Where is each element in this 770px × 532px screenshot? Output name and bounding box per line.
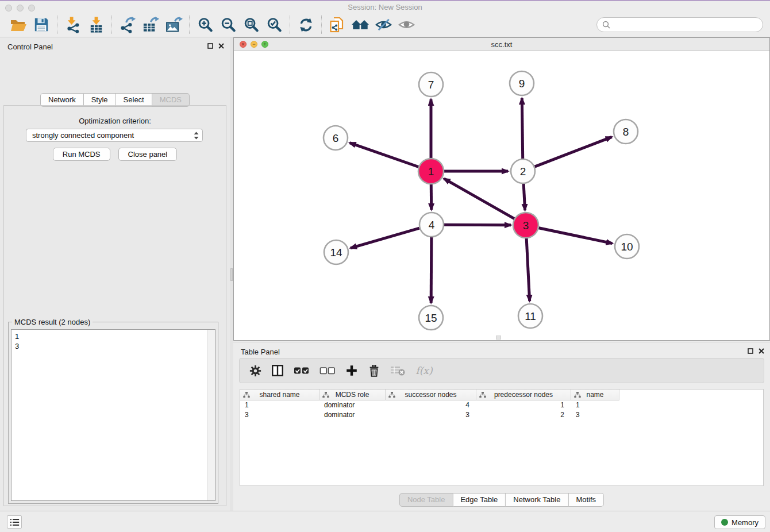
- plus-icon: [345, 364, 359, 377]
- mcds-result-box: 13: [11, 329, 215, 501]
- hide-eye-icon: [375, 17, 392, 32]
- toolbar-separator: [111, 16, 112, 34]
- edge-4-14[interactable]: [351, 228, 419, 248]
- control-panel-title: Control Panel: [7, 43, 53, 51]
- table-row[interactable]: 3dominator323: [240, 410, 763, 420]
- export-network-icon: [119, 16, 137, 33]
- network-canvas[interactable]: 1234678910111415: [234, 52, 769, 340]
- column-header-predecessor-nodes[interactable]: predecessor nodes: [476, 390, 571, 400]
- window-top-border: [0, 0, 770, 1]
- zoom-out-button[interactable]: [217, 14, 240, 35]
- float-table-panel-icon[interactable]: [748, 348, 753, 354]
- delete-column-button[interactable]: [367, 363, 382, 378]
- close-view-icon[interactable]: ×: [240, 41, 247, 48]
- edge-4-3[interactable]: [444, 225, 511, 225]
- save-session-button[interactable]: [30, 14, 53, 35]
- cell-mcds-role[interactable]: dominator: [319, 400, 386, 410]
- table-tab-edge-table[interactable]: Edge Table: [453, 493, 506, 507]
- table-panel-title: Table Panel: [241, 348, 280, 356]
- application-window: Session: New Session: [0, 0, 770, 532]
- select-all-columns-button[interactable]: [292, 363, 311, 378]
- import-table-button[interactable]: [84, 14, 107, 35]
- search-field[interactable]: [596, 17, 763, 32]
- node-label-9: 9: [519, 78, 525, 90]
- node-table: shared nameMCDS rolesuccessor nodesprede…: [240, 389, 764, 486]
- export-image-button[interactable]: [162, 14, 185, 35]
- zoom-out-icon: [220, 17, 237, 33]
- memory-label: Memory: [732, 518, 759, 527]
- close-panel-button[interactable]: Close panel: [118, 148, 178, 161]
- result-scrollbar[interactable]: [207, 330, 215, 500]
- function-builder-button[interactable]: f(x): [414, 363, 434, 378]
- edge-3-11[interactable]: [526, 238, 530, 301]
- attribute-type-icon: [479, 392, 486, 398]
- import-network-button[interactable]: [61, 14, 84, 35]
- close-window-icon[interactable]: [5, 5, 12, 11]
- cell-predecessor-nodes[interactable]: 1: [476, 400, 571, 410]
- table-row[interactable]: 1dominator411: [240, 400, 763, 410]
- first-neighbors-button[interactable]: [326, 14, 349, 35]
- cell-shared-name[interactable]: 3: [240, 410, 319, 420]
- delete-table-button[interactable]: [389, 363, 406, 378]
- import-table-icon: [87, 16, 105, 33]
- unselect-all-icon: [319, 365, 336, 376]
- table-panel-header: Table Panel: [233, 346, 770, 358]
- cell-predecessor-nodes[interactable]: 2: [476, 410, 571, 420]
- show-columns-button[interactable]: [270, 363, 285, 378]
- edge-1-6[interactable]: [350, 143, 419, 167]
- app-title: Session: New Session: [0, 0, 770, 14]
- zoom-selected-button[interactable]: [263, 14, 286, 35]
- hide-selected-button[interactable]: [372, 14, 395, 35]
- maximize-view-icon[interactable]: +: [261, 41, 268, 48]
- unselect-all-columns-button[interactable]: [318, 363, 337, 378]
- export-network-button[interactable]: [116, 14, 139, 35]
- zoom-fit-button[interactable]: [240, 14, 263, 35]
- show-all-button[interactable]: [395, 14, 418, 35]
- table-tab-node-table[interactable]: Node Table: [399, 493, 453, 507]
- mcds-result-list[interactable]: 13: [15, 331, 203, 499]
- close-panel-icon[interactable]: [218, 43, 224, 49]
- close-table-panel-icon[interactable]: [759, 348, 764, 354]
- edge-3-10[interactable]: [538, 228, 613, 244]
- home-layout-button[interactable]: [349, 14, 372, 35]
- cell-successor-nodes[interactable]: 3: [386, 410, 476, 420]
- edge-4-15[interactable]: [431, 237, 432, 303]
- table-tab-motifs[interactable]: Motifs: [568, 493, 604, 507]
- cell-mcds-role[interactable]: dominator: [319, 410, 386, 420]
- edge-2-8[interactable]: [535, 137, 612, 167]
- zoom-in-button[interactable]: [194, 14, 217, 35]
- edge-2-9[interactable]: [522, 98, 522, 159]
- home-icon: [351, 17, 370, 32]
- edge-3-1[interactable]: [444, 179, 515, 219]
- zoom-window-icon[interactable]: [28, 5, 35, 11]
- cell-name[interactable]: 3: [571, 410, 619, 420]
- cell-successor-nodes[interactable]: 4: [386, 400, 476, 410]
- search-input[interactable]: [613, 21, 757, 29]
- cell-name[interactable]: 1: [571, 400, 619, 410]
- open-session-button[interactable]: [7, 14, 30, 35]
- optimization-criterion-select[interactable]: strongly connected component: [26, 129, 203, 142]
- task-history-button[interactable]: [7, 515, 22, 529]
- minimize-view-icon[interactable]: −: [251, 41, 257, 48]
- column-header-shared-name[interactable]: shared name: [240, 390, 319, 400]
- refresh-network-button[interactable]: [294, 14, 317, 35]
- run-mcds-button[interactable]: Run MCDS: [53, 148, 110, 161]
- column-header-mcds-role[interactable]: MCDS role: [319, 390, 386, 400]
- float-panel-icon[interactable]: [207, 43, 213, 49]
- network-graph[interactable]: 1234678910111415: [234, 52, 769, 340]
- minimize-window-icon[interactable]: [17, 5, 24, 11]
- table-tab-network-table[interactable]: Network Table: [506, 493, 568, 507]
- cell-shared-name[interactable]: 1: [240, 400, 319, 410]
- table-settings-button[interactable]: [248, 363, 263, 378]
- column-header-successor-nodes[interactable]: successor nodes: [386, 390, 476, 400]
- node-label-7: 7: [428, 79, 434, 91]
- add-column-button[interactable]: [344, 363, 359, 378]
- view-resize-grip[interactable]: [496, 336, 501, 340]
- save-floppy-icon: [33, 17, 49, 33]
- memory-button[interactable]: Memory: [714, 515, 765, 529]
- edge-2-3[interactable]: [523, 184, 525, 210]
- column-header-name[interactable]: name: [571, 390, 619, 400]
- export-table-button[interactable]: [139, 14, 162, 35]
- network-window-titlebar[interactable]: × − + scc.txt: [234, 38, 769, 51]
- splitter-grip[interactable]: [230, 268, 233, 281]
